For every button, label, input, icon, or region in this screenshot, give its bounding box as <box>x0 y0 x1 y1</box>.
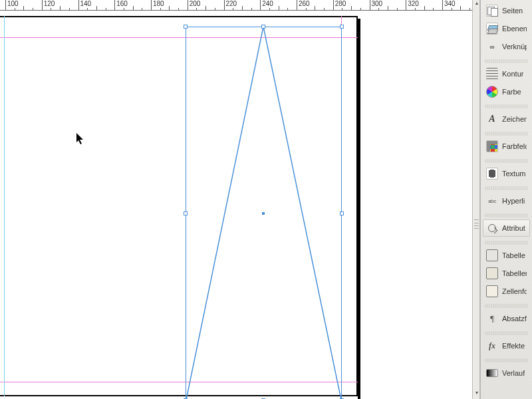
textwrap-icon <box>486 168 498 180</box>
selection-handle-tr[interactable] <box>340 25 344 29</box>
panel-verknuepf[interactable]: ∞ Verknüpf <box>483 38 530 55</box>
column-guide <box>4 16 5 396</box>
panel-separator <box>485 186 528 190</box>
panel-absatzf[interactable]: ¶ Absatzf <box>483 310 530 327</box>
canvas-area[interactable] <box>0 11 472 399</box>
panel-group-4: Farbfeld <box>483 138 530 155</box>
color-icon <box>486 86 498 98</box>
panel-group-11: Verlauf <box>483 364 530 382</box>
panel-effekte[interactable]: fx Effekte <box>483 337 530 354</box>
ruler-horizontal[interactable]: 1001201401601802002202402602803003203403… <box>0 0 472 11</box>
panel-label: Hyperli <box>502 197 525 205</box>
panel-farbe[interactable]: Farbe <box>483 83 530 100</box>
panel-label: Kontur <box>502 70 523 78</box>
panel-label: Farbe <box>502 88 521 96</box>
panel-separator <box>485 59 528 63</box>
panel-label: Verlauf <box>502 369 525 377</box>
panel-hyperlink[interactable]: abc Hyperli <box>483 192 530 209</box>
panel-separator <box>485 213 528 217</box>
panel-label: Zellenfo <box>502 287 527 295</box>
hyperlink-icon: abc <box>486 195 498 207</box>
panel-ebenen[interactable]: Ebenen <box>483 20 530 37</box>
panel-label: Attribut <box>502 224 525 232</box>
layers-icon <box>486 23 498 35</box>
panel-group-6: abc Hyperli <box>483 192 530 209</box>
document-page[interactable] <box>0 16 358 396</box>
panel-separator <box>485 358 528 362</box>
panel-separator <box>485 104 528 108</box>
panel-label: Absatzf <box>502 315 527 323</box>
char-icon: A <box>486 113 498 125</box>
links-icon: ∞ <box>486 41 498 53</box>
panel-group-1: Seiten Ebenen ∞ Verknüpf <box>483 2 530 55</box>
stroke-icon <box>486 68 498 80</box>
panel-kontur[interactable]: Kontur <box>483 65 530 82</box>
margin-guide-right <box>341 16 342 396</box>
panel-group-2: Kontur Farbe <box>483 65 530 100</box>
panel-separator <box>485 132 528 136</box>
panel-zellenfo[interactable]: Zellenfo <box>483 283 530 300</box>
selection-handle-ml[interactable] <box>184 211 188 215</box>
panel-label: Zeichen <box>502 115 527 123</box>
panel-label: Tabellen <box>502 269 527 277</box>
panel-tabelle[interactable]: Tabelle <box>483 247 530 264</box>
panel-verlauf[interactable]: Verlauf <box>483 364 530 382</box>
swatch-icon <box>486 140 498 152</box>
selection-center <box>262 212 265 215</box>
margin-guide-bottom <box>0 382 358 382</box>
fx-icon: fx <box>486 340 498 352</box>
panel-dock: Seiten Ebenen ∞ Verknüpf Kontur Farbe <box>480 0 532 399</box>
panel-label: Verknüpf <box>502 43 527 51</box>
panel-label: Farbfeld <box>502 142 527 150</box>
app-root: 1001201401601802002202402602803003203403… <box>0 0 532 399</box>
panel-attribute[interactable]: Attribut <box>483 219 530 237</box>
dock-scrollbar[interactable]: ▴ ▾ <box>472 0 480 399</box>
panel-zeichen[interactable]: A Zeichen <box>483 110 530 128</box>
panel-farbfeld[interactable]: Farbfeld <box>483 138 530 155</box>
panel-tabellen[interactable]: Tabellen <box>483 265 530 282</box>
panel-label: Seiten <box>502 7 523 15</box>
gradient-icon <box>486 369 498 377</box>
panel-group-7: Attribut <box>483 219 530 237</box>
panel-group-8: Tabelle Tabellen Zellenfo <box>483 247 530 300</box>
panel-separator <box>485 241 528 245</box>
selection-handle-tl[interactable] <box>184 25 188 29</box>
selection-handle-mr[interactable] <box>340 211 344 215</box>
panel-separator <box>485 331 528 335</box>
table-styles-icon <box>486 267 498 279</box>
panel-group-9: ¶ Absatzf <box>483 310 530 327</box>
panel-group-3: A Zeichen <box>483 110 530 128</box>
panel-label: Textum <box>502 170 525 178</box>
panel-seiten[interactable]: Seiten <box>483 2 530 19</box>
margin-guide-top <box>0 37 358 38</box>
panel-textum[interactable]: Textum <box>483 165 530 182</box>
pages-icon <box>486 5 498 17</box>
dock-grip-icon[interactable] <box>474 219 479 229</box>
selection-handle-tm[interactable] <box>261 25 265 29</box>
panel-label: Ebenen <box>502 25 527 33</box>
cell-styles-icon <box>486 285 498 297</box>
page-shadow <box>358 19 360 399</box>
table-icon <box>486 249 498 261</box>
panel-group-5: Textum <box>483 165 530 182</box>
panel-separator <box>485 159 528 163</box>
panel-separator <box>485 304 528 308</box>
panel-group-10: fx Effekte <box>483 337 530 354</box>
panel-label: Tabelle <box>502 251 525 259</box>
panel-label: Effekte <box>502 342 525 350</box>
para-style-icon: ¶ <box>486 313 498 325</box>
attribute-icon <box>486 222 498 234</box>
